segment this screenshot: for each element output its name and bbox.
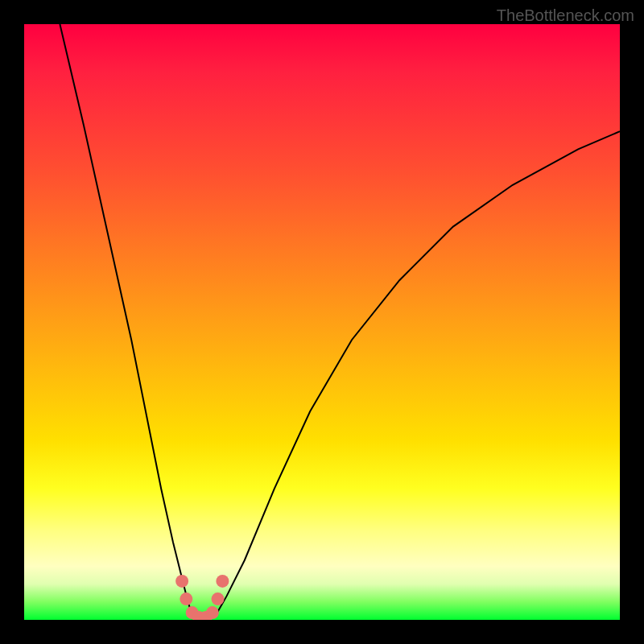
chart-svg [24, 24, 620, 620]
marker-point [212, 592, 225, 605]
watermark-text: TheBottleneck.com [497, 6, 634, 25]
plot-area [24, 24, 620, 620]
curve-right-ascent [215, 131, 620, 617]
trough-markers [175, 575, 229, 620]
marker-point [216, 575, 229, 588]
marker-point [175, 575, 188, 588]
curve-left-descent [60, 24, 192, 617]
marker-point [206, 606, 219, 619]
marker-point [180, 592, 192, 605]
